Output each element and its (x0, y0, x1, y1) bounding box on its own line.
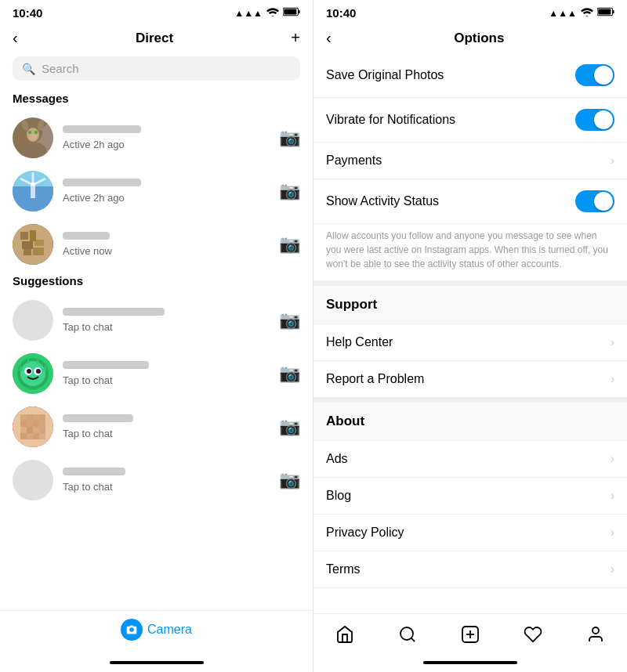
options-panel: 10:40 ▲▲▲ ‹ Options Save Original Photos… (314, 0, 627, 672)
svg-point-4 (19, 142, 47, 158)
direct-nav-bar: ‹ Direct + (0, 23, 313, 53)
svg-rect-37 (27, 421, 33, 427)
svg-rect-1 (299, 10, 300, 13)
activity-status-label: Show Activity Status (326, 194, 439, 208)
camera-label: Camera (147, 623, 192, 637)
right-status-bar: 10:40 ▲▲▲ (314, 0, 627, 23)
option-payments[interactable]: Payments › (314, 143, 627, 179)
camera-button-s3[interactable]: 📷 (279, 417, 300, 437)
camera-button-s2[interactable]: 📷 (279, 363, 300, 384)
save-photos-toggle[interactable] (575, 64, 614, 86)
save-photos-label: Save Original Photos (326, 68, 444, 82)
payments-chevron-icon: › (611, 154, 614, 168)
suggestion-info-3: Tap to chat (63, 414, 270, 440)
message-name-bar-3 (63, 232, 110, 240)
vibrate-toggle[interactable] (575, 109, 614, 131)
right-time: 10:40 (326, 6, 356, 20)
message-item-3[interactable]: Active now 📷 (0, 218, 313, 271)
help-center-label: Help Center (326, 335, 393, 349)
option-blog[interactable]: Blog › (314, 478, 627, 515)
svg-rect-2 (284, 9, 296, 15)
suggestion-status-1: Tap to chat (63, 321, 113, 333)
support-section-header: Support (314, 281, 627, 324)
message-item-2[interactable]: Active 2h ago 📷 (0, 164, 313, 218)
camera-button-1[interactable]: 📷 (279, 128, 300, 148)
suggestion-name-bar-2 (63, 361, 149, 369)
back-button[interactable]: ‹ (13, 29, 18, 47)
suggestion-item-4[interactable]: Tap to chat 📷 (0, 453, 313, 507)
camera-bar: Camera (0, 610, 313, 656)
camera-button-2[interactable]: 📷 (279, 181, 300, 201)
vibrate-toggle-knob (594, 110, 613, 129)
activity-toggle[interactable] (575, 190, 614, 212)
suggestion-item-2[interactable]: Tap to chat 📷 (0, 347, 313, 400)
camera-button-s4[interactable]: 📷 (279, 470, 300, 490)
svg-rect-34 (33, 414, 39, 421)
profile-nav-icon[interactable] (578, 622, 613, 652)
svg-rect-44 (20, 433, 27, 439)
camera-button-3[interactable]: 📷 (279, 234, 300, 255)
svg-point-8 (28, 131, 31, 134)
search-input[interactable]: Search (42, 62, 79, 75)
option-terms[interactable]: Terms › (314, 551, 627, 588)
search-bar[interactable]: 🔍 Search (13, 56, 300, 81)
suggestion-item-3[interactable]: Tap to chat 📷 (0, 400, 313, 453)
ads-label: Ads (326, 452, 348, 466)
camera-button[interactable]: Camera (121, 619, 192, 641)
left-time: 10:40 (13, 6, 42, 20)
svg-rect-35 (39, 414, 45, 421)
option-report-problem[interactable]: Report a Problem › (314, 361, 627, 398)
option-ads[interactable]: Ads › (314, 441, 627, 478)
svg-rect-47 (39, 433, 45, 439)
message-status-2: Active 2h ago (63, 192, 125, 204)
privacy-policy-chevron-icon: › (611, 526, 614, 540)
suggestion-info-1: Tap to chat (63, 308, 270, 334)
option-activity-status[interactable]: Show Activity Status (314, 179, 627, 224)
payments-label: Payments (326, 154, 382, 168)
about-section-header: About (314, 398, 627, 441)
blog-chevron-icon: › (611, 489, 614, 503)
camera-button-s1[interactable]: 📷 (279, 310, 300, 331)
heart-nav-icon[interactable] (516, 622, 550, 652)
svg-rect-23 (33, 247, 44, 255)
home-nav-icon[interactable] (328, 622, 362, 652)
message-item-1[interactable]: Active 2h ago 📷 (0, 111, 313, 164)
suggestion-name-bar-1 (63, 308, 165, 316)
svg-rect-33 (27, 414, 33, 421)
terms-chevron-icon: › (611, 562, 614, 576)
add-button[interactable]: + (291, 29, 300, 47)
svg-rect-18 (20, 232, 28, 240)
svg-point-9 (34, 131, 38, 134)
option-save-photos[interactable]: Save Original Photos (314, 53, 627, 98)
search-icon: 🔍 (22, 63, 35, 75)
message-info-3: Active now (63, 232, 270, 258)
svg-rect-38 (33, 421, 39, 427)
privacy-policy-label: Privacy Policy (326, 526, 404, 540)
suggestion-avatar-1 (13, 300, 53, 341)
options-back-button[interactable]: ‹ (326, 29, 332, 47)
help-center-chevron-icon: › (611, 335, 614, 349)
camera-circle-icon (121, 619, 143, 641)
svg-rect-42 (33, 427, 39, 433)
about-label: About (326, 414, 364, 428)
option-vibrate[interactable]: Vibrate for Notifications (314, 98, 627, 143)
search-nav-icon[interactable] (390, 622, 425, 652)
option-help-center[interactable]: Help Center › (314, 324, 627, 361)
add-nav-icon[interactable] (453, 622, 487, 652)
svg-rect-49 (613, 10, 614, 13)
svg-rect-50 (598, 9, 611, 15)
blog-label: Blog (326, 489, 351, 503)
ads-chevron-icon: › (611, 452, 614, 466)
right-status-icons: ▲▲▲ (549, 7, 614, 19)
left-status-icons: ▲▲▲ (234, 7, 300, 19)
svg-point-51 (400, 627, 413, 640)
avatar-1 (13, 117, 53, 158)
svg-rect-41 (27, 427, 33, 433)
svg-rect-39 (39, 421, 45, 427)
svg-rect-40 (20, 427, 27, 433)
bottom-nav (314, 613, 627, 656)
suggestion-item-1[interactable]: Tap to chat 📷 (0, 294, 313, 347)
options-list: Save Original Photos Vibrate for Notific… (314, 53, 627, 613)
options-nav-bar: ‹ Options (314, 23, 627, 53)
option-privacy-policy[interactable]: Privacy Policy › (314, 515, 627, 551)
